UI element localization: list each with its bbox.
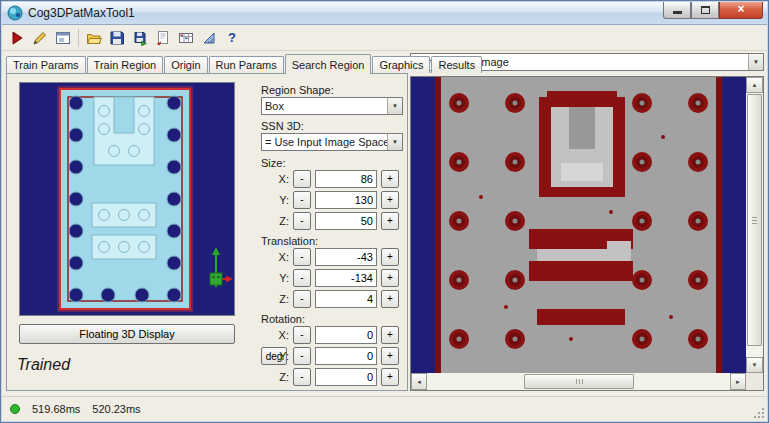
minimize-button[interactable]: [663, 2, 691, 19]
results-grid-button[interactable]: [175, 27, 197, 49]
edit-pencil-icon: [32, 30, 48, 46]
tab-search-region[interactable]: Search Region: [285, 54, 372, 74]
vertical-scroll-thumb[interactable]: [747, 94, 762, 346]
maximize-button[interactable]: [691, 2, 719, 19]
rotation-y-decrement-button[interactable]: -: [293, 347, 311, 365]
size-label: Size:: [261, 157, 285, 169]
close-button[interactable]: ×: [719, 2, 763, 19]
horizontal-scroll-thumb[interactable]: [524, 374, 634, 389]
floating-3d-display-button[interactable]: Floating 3D Display: [19, 324, 235, 344]
translation-x-axis-label: X:: [267, 251, 289, 263]
tab-run-params[interactable]: Run Params: [209, 56, 284, 73]
import-image-icon: [155, 30, 171, 46]
translation-z-axis-label: Z:: [267, 293, 289, 305]
input-image-rendering: [411, 77, 746, 373]
scrollbar-corner: [746, 373, 763, 390]
run-icon: [9, 30, 25, 46]
record-window-button[interactable]: [52, 27, 74, 49]
rotation-x-row: X: - +: [255, 326, 407, 344]
size-y-decrement-button[interactable]: -: [293, 191, 311, 209]
rotation-x-decrement-button[interactable]: -: [293, 326, 311, 344]
3d-display-view[interactable]: [19, 82, 235, 316]
translation-y-decrement-button[interactable]: -: [293, 269, 311, 287]
tab-results[interactable]: Results: [431, 56, 482, 73]
measure-button[interactable]: [198, 27, 220, 49]
scroll-left-button[interactable]: ◄: [411, 373, 427, 390]
status-bar: 519.68ms 520.23ms: [2, 396, 767, 421]
rotation-z-decrement-button[interactable]: -: [293, 368, 311, 386]
minimize-icon: [673, 11, 682, 14]
vertical-scrollbar[interactable]: ▲ ▼: [746, 77, 763, 373]
scroll-down-icon: ▼: [752, 362, 758, 368]
size-y-input[interactable]: [315, 191, 377, 209]
tab-graphics[interactable]: Graphics: [372, 56, 430, 73]
window-controls: ×: [663, 2, 763, 19]
rotation-z-axis-label: Z:: [267, 371, 289, 383]
chevron-down-icon[interactable]: ▼: [387, 98, 402, 114]
scroll-up-button[interactable]: ▲: [746, 77, 763, 93]
size-x-increment-button[interactable]: +: [381, 170, 399, 188]
translation-z-input[interactable]: [315, 290, 377, 308]
rotation-label: Rotation:: [261, 313, 305, 325]
tab-train-region[interactable]: Train Region: [87, 56, 164, 73]
rotation-x-input[interactable]: [315, 326, 377, 344]
scroll-left-icon: ◄: [416, 379, 422, 385]
status-indicator-icon: [10, 404, 20, 414]
translation-y-increment-button[interactable]: +: [381, 269, 399, 287]
save-button[interactable]: [106, 27, 128, 49]
tab-origin[interactable]: Origin: [164, 56, 207, 73]
tab-train-params[interactable]: Train Params: [6, 56, 86, 73]
scroll-grip-icon: [579, 379, 580, 384]
rotation-z-row: Z: - +: [255, 368, 407, 386]
size-y-increment-button[interactable]: +: [381, 191, 399, 209]
scroll-grip-icon: [752, 220, 757, 221]
rotation-y-input[interactable]: [315, 347, 377, 365]
rotation-y-increment-button[interactable]: +: [381, 347, 399, 365]
open-folder-icon: [86, 30, 102, 46]
size-x-row: X: - +: [255, 170, 407, 188]
scroll-up-icon: ▲: [752, 82, 758, 88]
size-z-decrement-button[interactable]: -: [293, 212, 311, 230]
ssn3d-label: SSN 3D:: [261, 120, 304, 132]
region-shape-combobox[interactable]: Box ▼: [261, 97, 403, 115]
help-button[interactable]: ?: [221, 27, 243, 49]
app-window: Cog3DPatMaxTool1 × ? Train Params Train …: [0, 0, 769, 423]
translation-z-decrement-button[interactable]: -: [293, 290, 311, 308]
translation-z-row: Z: - +: [255, 290, 407, 308]
rotation-x-increment-button[interactable]: +: [381, 326, 399, 344]
search-region-form: Region Shape: Box ▼ SSN 3D: = Use Input …: [255, 74, 407, 392]
rotation-z-input[interactable]: [315, 368, 377, 386]
horizontal-scrollbar[interactable]: ◄ ►: [411, 373, 746, 390]
translation-x-increment-button[interactable]: +: [381, 248, 399, 266]
import-image-button[interactable]: [152, 27, 174, 49]
run-button[interactable]: [6, 27, 28, 49]
ssn3d-combobox[interactable]: = Use Input Image Space ▼: [261, 133, 403, 151]
scroll-right-button[interactable]: ►: [730, 373, 746, 390]
scroll-down-button[interactable]: ▼: [746, 357, 763, 373]
chevron-down-icon[interactable]: ▼: [387, 134, 402, 150]
translation-y-row: Y: - +: [255, 269, 407, 287]
size-x-decrement-button[interactable]: -: [293, 170, 311, 188]
size-z-row: Z: - +: [255, 212, 407, 230]
size-z-input[interactable]: [315, 212, 377, 230]
tool-edit-area: Train Params Train Region Origin Run Par…: [6, 53, 408, 391]
results-grid-icon: [178, 30, 194, 46]
rotation-z-increment-button[interactable]: +: [381, 368, 399, 386]
translation-z-increment-button[interactable]: +: [381, 290, 399, 308]
translation-x-input[interactable]: [315, 248, 377, 266]
save-as-button[interactable]: [129, 27, 151, 49]
open-button[interactable]: [83, 27, 105, 49]
rotation-x-axis-label: X:: [267, 329, 289, 341]
scroll-right-icon: ►: [735, 379, 741, 385]
toolbar: ?: [2, 25, 767, 51]
resize-grip[interactable]: [752, 406, 765, 419]
input-image-view[interactable]: ▲ ▼ ◄ ►: [410, 76, 764, 391]
3d-part-rendering: [20, 83, 234, 315]
size-x-input[interactable]: [315, 170, 377, 188]
chevron-down-icon[interactable]: ▼: [748, 54, 763, 70]
size-z-increment-button[interactable]: +: [381, 212, 399, 230]
translation-y-input[interactable]: [315, 269, 377, 287]
translation-x-row: X: - +: [255, 248, 407, 266]
edit-button[interactable]: [29, 27, 51, 49]
translation-x-decrement-button[interactable]: -: [293, 248, 311, 266]
